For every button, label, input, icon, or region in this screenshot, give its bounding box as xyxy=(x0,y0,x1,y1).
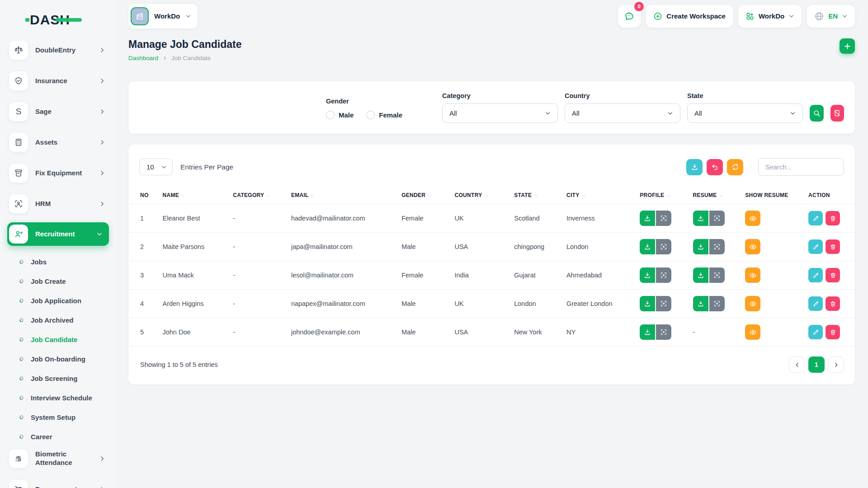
refresh-button[interactable] xyxy=(727,159,743,175)
sidebar-subitem-system-setup[interactable]: System Setup xyxy=(7,408,109,427)
sidebar-item-fix-equipment[interactable]: Fix Equipment xyxy=(7,161,109,185)
delete-candidate-button[interactable] xyxy=(826,239,840,254)
category-select[interactable]: All xyxy=(442,103,558,123)
show-resume-button[interactable] xyxy=(745,324,760,340)
apply-filter-button[interactable] xyxy=(810,105,824,122)
bullet-icon xyxy=(19,318,24,323)
sidebar-subitem-jobs[interactable]: Jobs xyxy=(7,252,109,272)
cell-country: UK xyxy=(451,204,510,233)
sort-icon: ↑↓ xyxy=(534,193,537,198)
gender-male-radio[interactable]: Male xyxy=(326,111,354,119)
profile-download-button[interactable] xyxy=(640,267,655,283)
pencil-icon xyxy=(812,300,819,307)
delete-candidate-button[interactable] xyxy=(826,325,840,339)
profile-download-button[interactable] xyxy=(640,211,655,226)
edit-candidate-button[interactable] xyxy=(808,239,823,254)
resume-download-button[interactable] xyxy=(693,211,708,226)
scan-icon xyxy=(713,300,721,307)
gender-female-radio[interactable]: Female xyxy=(366,111,402,119)
table-search-input[interactable] xyxy=(758,158,844,176)
table-row: 2 Maite Parsons - japa@mailinator.com Ma… xyxy=(128,233,855,261)
clear-filter-button[interactable] xyxy=(830,105,844,122)
resume-scan-button[interactable] xyxy=(709,211,725,226)
entries-per-page-label: Entries Per Page xyxy=(180,163,233,171)
profile-download-button[interactable] xyxy=(640,296,655,311)
col-header-profile[interactable]: PROFILE↑↓ xyxy=(636,187,689,204)
cell-city: NY xyxy=(563,318,636,347)
profile-download-button[interactable] xyxy=(640,324,655,340)
sidebar-subitem-job-application[interactable]: Job Application xyxy=(7,291,109,310)
col-header-gender[interactable]: GENDER↑↓ xyxy=(398,187,451,204)
profile-scan-button[interactable] xyxy=(656,211,671,226)
col-header-email[interactable]: EMAIL↑↓ xyxy=(288,187,398,204)
add-candidate-button[interactable] xyxy=(840,38,855,54)
resume-download-button[interactable] xyxy=(693,296,708,311)
entries-per-page-select[interactable]: 10 xyxy=(139,159,173,175)
edit-candidate-button[interactable] xyxy=(808,268,823,282)
messages-button[interactable]: 0 xyxy=(618,5,641,28)
delete-candidate-button[interactable] xyxy=(826,211,840,225)
entries-per-page-value: 10 xyxy=(146,163,154,171)
col-header-state[interactable]: STATE↑↓ xyxy=(510,187,563,204)
cell-category: - xyxy=(229,290,288,318)
pagination-next-button[interactable] xyxy=(828,357,844,373)
messages-badge: 0 xyxy=(634,2,644,11)
state-select[interactable]: All xyxy=(687,103,803,123)
col-header-resume[interactable]: RESUME↑↓ xyxy=(689,187,742,204)
resume-download-button[interactable] xyxy=(693,239,708,254)
sidebar-subitem-interview-schedule[interactable]: Interview Schedule xyxy=(7,388,109,408)
sidebar-item-biometric-attendance[interactable]: Biometric Attendance xyxy=(7,446,109,471)
sidebar-item-assets[interactable]: Assets xyxy=(7,130,109,155)
col-header-city[interactable]: CITY↑↓ xyxy=(563,187,636,204)
breadcrumb-dashboard-link[interactable]: Dashboard xyxy=(128,55,158,61)
sidebar-subitem-career[interactable]: Career xyxy=(7,427,109,446)
col-header-category[interactable]: CATEGORY↑↓ xyxy=(229,187,288,204)
show-resume-button[interactable] xyxy=(745,239,760,254)
delete-candidate-button[interactable] xyxy=(826,268,840,282)
profile-scan-button[interactable] xyxy=(656,324,671,340)
profile-scan-button[interactable] xyxy=(656,267,671,283)
calculator-icon xyxy=(9,133,28,152)
profile-download-button[interactable] xyxy=(640,239,655,254)
show-resume-button[interactable] xyxy=(745,267,760,283)
resume-scan-button[interactable] xyxy=(709,267,725,283)
sidebar-subitem-job-archived[interactable]: Job Archived xyxy=(7,310,109,330)
pagination-page-button[interactable]: 1 xyxy=(808,357,825,373)
edit-candidate-button[interactable] xyxy=(808,296,823,311)
sidebar-item-doubleentry[interactable]: DoubleEntry xyxy=(7,38,109,62)
col-header-country[interactable]: COUNTRY↑↓ xyxy=(451,187,510,204)
edit-candidate-button[interactable] xyxy=(808,211,823,225)
sidebar-item-recruitment[interactable]: Recruitment xyxy=(7,222,109,246)
resume-download-button[interactable] xyxy=(693,267,708,283)
chevron-down-icon xyxy=(667,110,673,116)
show-resume-button[interactable] xyxy=(745,296,760,311)
chevron-down-icon xyxy=(161,164,167,170)
edit-candidate-button[interactable] xyxy=(808,325,823,339)
sidebar-subitem-job-onboarding[interactable]: Job On-boarding xyxy=(7,349,109,369)
sidebar-subitem-job-candidate[interactable]: Job Candidate xyxy=(7,330,109,349)
profile-scan-button[interactable] xyxy=(656,239,671,254)
sidebar-subitem-job-screening[interactable]: Job Screening xyxy=(7,369,109,388)
radio-icon xyxy=(326,111,335,119)
workspace-selector[interactable]: WorkDo xyxy=(128,4,198,28)
create-workspace-button[interactable]: Create Workspace xyxy=(646,5,733,28)
resume-scan-button[interactable] xyxy=(709,239,725,254)
sidebar-subitem-job-create[interactable]: Job Create xyxy=(7,272,109,291)
app-logo[interactable]: DASH xyxy=(0,8,116,32)
sidebar-item-insurance[interactable]: Insurance xyxy=(7,69,109,93)
delete-candidate-button[interactable] xyxy=(826,296,840,311)
page-title: Manage Job Candidate xyxy=(128,38,241,51)
sidebar-item-sage[interactable]: S Sage xyxy=(7,99,109,124)
country-select[interactable]: All xyxy=(565,103,680,123)
reset-button[interactable] xyxy=(707,159,723,175)
language-selector[interactable]: EN xyxy=(807,5,855,28)
col-header-name[interactable]: NAME↑↓ xyxy=(159,187,229,204)
sidebar-item-hrm[interactable]: HRM xyxy=(7,192,109,216)
show-resume-button[interactable] xyxy=(745,211,760,226)
workdo-menu-button[interactable]: WorkDo xyxy=(738,5,802,28)
export-button[interactable] xyxy=(686,159,703,175)
sidebar-item-procurement[interactable]: Procurement xyxy=(7,477,109,488)
profile-scan-button[interactable] xyxy=(656,296,671,311)
pagination-prev-button[interactable] xyxy=(789,357,805,373)
resume-scan-button[interactable] xyxy=(709,296,725,311)
